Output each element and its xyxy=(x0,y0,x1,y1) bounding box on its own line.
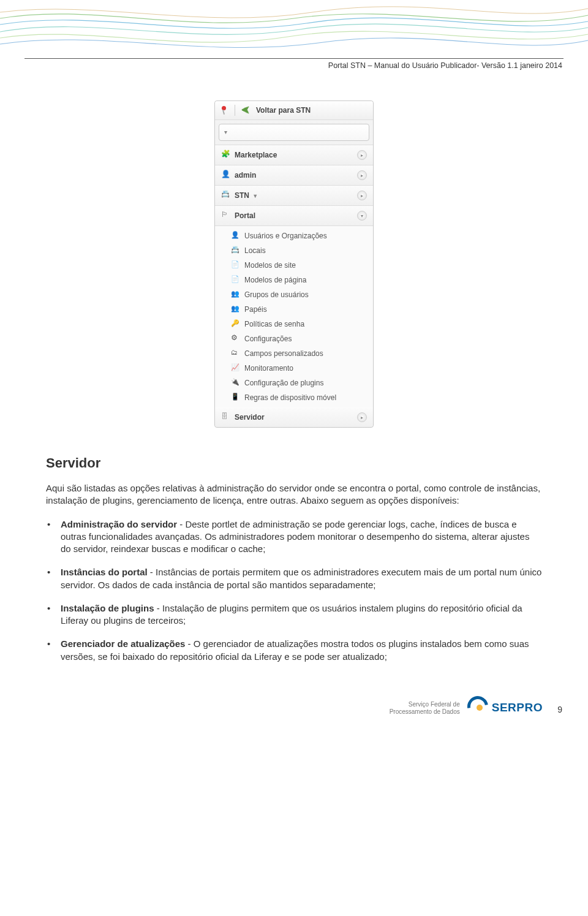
bullet-list: Administração do servidor - Deste portle… xyxy=(46,518,542,663)
section-label: Servidor xyxy=(235,413,265,422)
serpro-logo: SERPRO xyxy=(469,700,543,716)
subitem-label: Políticas de senha xyxy=(244,320,304,328)
header-decoration xyxy=(0,0,588,58)
page-template-icon xyxy=(231,276,239,284)
subitem-locais[interactable]: Locais xyxy=(215,243,373,258)
section-label: Portal xyxy=(235,211,255,220)
user-icon xyxy=(221,171,230,180)
portal-icon xyxy=(221,211,230,220)
chevron-right-icon: ▸ xyxy=(357,412,367,422)
site-icon xyxy=(221,191,230,200)
intro-paragraph: Aqui são listadas as opções relativas à … xyxy=(46,482,542,507)
subitem-custom-fields[interactable]: Campos personalizados xyxy=(215,346,373,361)
subitem-site-templates[interactable]: Modelos de site xyxy=(215,258,373,273)
subitem-label: Monitoramento xyxy=(244,364,293,373)
footer-label-line1: Serviço Federal de xyxy=(390,701,460,708)
panel-search-row xyxy=(215,120,373,145)
subitem-label: Regras de dispositivo móvel xyxy=(244,393,336,402)
section-heading-servidor: Servidor xyxy=(46,455,542,471)
serpro-brand-text: SERPRO xyxy=(492,701,543,714)
monitoring-icon xyxy=(231,364,239,373)
password-policy-icon xyxy=(231,320,239,328)
chevron-down-icon: ▾ xyxy=(357,211,367,221)
subitem-password-policies[interactable]: Políticas de senha xyxy=(215,317,373,331)
control-panel-sidebar: ⮜ Voltar para STN Marketplace ▸ admin ▸ xyxy=(214,100,374,428)
section-servidor[interactable]: Servidor ▸ xyxy=(215,407,373,427)
subitem-label: Locais xyxy=(244,246,266,255)
page-number: 9 xyxy=(551,705,562,716)
subitem-label: Modelos de site xyxy=(244,261,296,270)
subitem-label: Usuários e Organizações xyxy=(244,232,327,240)
content-area: Servidor Aqui são listadas as opções rel… xyxy=(46,455,542,663)
footer-service-label: Serviço Federal de Processamento de Dado… xyxy=(390,701,460,716)
dropdown-icon: ▼ xyxy=(252,193,258,199)
bullet-item: Instâncias do portal - Instâncias de por… xyxy=(61,566,542,591)
bullet-item: Gerenciador de atualizações - O gerencia… xyxy=(61,638,542,663)
subitem-page-templates[interactable]: Modelos de página xyxy=(215,273,373,287)
bullet-item: Instalação de plugins - Instalação de pl… xyxy=(61,602,542,627)
footer-label-line2: Processamento de Dados xyxy=(390,708,460,716)
subitem-label: Modelos de página xyxy=(244,276,306,284)
gear-icon xyxy=(231,335,239,343)
roles-icon xyxy=(231,305,239,314)
bullet-title: Gerenciador de atualizações xyxy=(61,638,185,649)
bullet-title: Instalação de plugins xyxy=(61,603,154,613)
subitem-label: Configuração de plugins xyxy=(244,379,323,387)
subitem-settings[interactable]: Configurações xyxy=(215,331,373,346)
chevron-right-icon: ▸ xyxy=(357,170,367,180)
header-doc-title: Portal STN – Manual do Usuário Publicado… xyxy=(0,61,562,70)
section-label: admin xyxy=(235,171,256,180)
subitem-label: Grupos de usuários xyxy=(244,290,309,299)
server-icon xyxy=(221,413,230,422)
section-marketplace[interactable]: Marketplace ▸ xyxy=(215,145,373,165)
plugin-icon xyxy=(231,379,239,387)
site-template-icon xyxy=(231,261,239,270)
subitem-monitoring[interactable]: Monitoramento xyxy=(215,361,373,376)
sites-icon xyxy=(231,246,239,255)
marketplace-icon xyxy=(221,151,230,159)
subitem-label: Papéis xyxy=(244,305,267,314)
portal-sublist: Usuários e Organizações Locais Modelos d… xyxy=(215,226,373,407)
panel-search-box[interactable] xyxy=(219,124,369,141)
users-icon xyxy=(231,232,239,240)
subitem-plugin-config[interactable]: Configuração de plugins xyxy=(215,376,373,390)
separator xyxy=(235,105,235,116)
bullet-item: Administração do servidor - Deste portle… xyxy=(61,518,542,556)
chevron-right-icon: ▸ xyxy=(357,191,367,200)
subitem-user-groups[interactable]: Grupos de usuários xyxy=(215,287,373,302)
subitem-label: Configurações xyxy=(244,335,292,343)
device-icon xyxy=(231,393,239,402)
serpro-mark-icon xyxy=(469,700,491,716)
back-arrow-icon[interactable]: ⮜ xyxy=(241,106,250,115)
page-footer: Serviço Federal de Processamento de Dado… xyxy=(0,700,562,716)
bullet-title: Administração do servidor xyxy=(61,519,177,529)
section-portal[interactable]: Portal ▾ xyxy=(215,206,373,226)
panel-topbar: ⮜ Voltar para STN xyxy=(215,101,373,120)
chevron-right-icon: ▸ xyxy=(357,150,367,160)
custom-fields-icon xyxy=(231,349,239,358)
pin-icon[interactable] xyxy=(220,106,228,115)
section-label: Marketplace xyxy=(235,151,277,159)
section-stn[interactable]: STN ▼ ▸ xyxy=(215,186,373,206)
subitem-label: Campos personalizados xyxy=(244,349,323,358)
section-label: STN ▼ xyxy=(235,191,258,200)
stn-label: STN xyxy=(235,191,249,200)
back-to-site-link[interactable]: Voltar para STN xyxy=(256,106,311,115)
header-rule xyxy=(24,58,564,59)
user-group-icon xyxy=(231,290,239,299)
subitem-users-orgs[interactable]: Usuários e Organizações xyxy=(215,229,373,243)
section-admin[interactable]: admin ▸ xyxy=(215,165,373,186)
subitem-roles[interactable]: Papéis xyxy=(215,302,373,317)
subitem-device-rules[interactable]: Regras de dispositivo móvel xyxy=(215,390,373,405)
bullet-title: Instâncias do portal xyxy=(61,567,148,577)
